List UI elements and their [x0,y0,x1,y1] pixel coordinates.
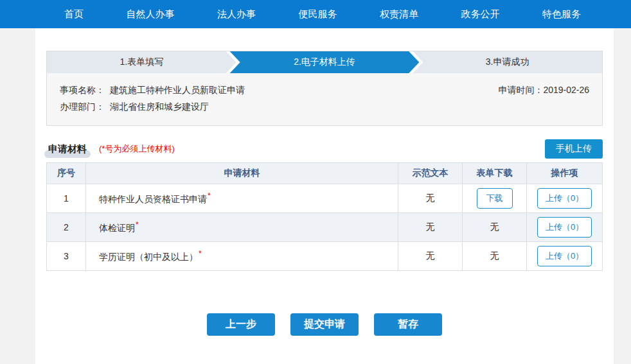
sample-text-value: 无 [398,242,463,271]
header-sample-text: 示范文本 [398,163,463,184]
header-operation: 操作项 [527,163,603,184]
upload-button[interactable]: 上传（0） [537,246,592,266]
row-no: 1 [47,184,86,213]
header-material: 申请材料 [86,163,398,184]
submit-application-button[interactable]: 提交申请 [290,313,359,336]
mobile-upload-button[interactable]: 手机上传 [545,139,603,159]
header-form-download: 表单下载 [463,163,527,184]
row-no: 3 [47,242,86,271]
section-title: 申请材料 [46,143,89,155]
top-navbar: 首页 自然人办事 法人办事 便民服务 权责清单 政务公开 特色服务 [0,0,631,28]
material-name: 特种作业人员资格证书申请* [86,184,398,213]
bottom-actions: 上一步 提交申请 暂存 [35,313,614,336]
form-download-cell: 无 [463,242,527,271]
application-card: 1.表单填写 2.电子材料上传 3.申请成功 事项名称：建筑施工特种作业人员新取… [46,51,603,126]
nav-item-featured-services[interactable]: 特色服务 [542,8,581,21]
application-info: 事项名称：建筑施工特种作业人员新取证申请 申请时间：2019-02-26 办理部… [47,73,602,125]
required-star: * [136,220,139,229]
material-name-text: 体检证明 [99,223,135,233]
department: 办理部门：湖北省住房和城乡建设厅 [60,98,589,115]
material-name-text: 学历证明（初中及以上） [99,252,198,262]
nav-item-legal-person[interactable]: 法人办事 [217,8,256,21]
content-panel: 1.表单填写 2.电子材料上传 3.申请成功 事项名称：建筑施工特种作业人员新取… [35,28,614,364]
step-2-material-upload: 2.电子材料上传 [230,51,420,73]
upload-button[interactable]: 上传（0） [537,217,592,238]
apply-time-value: 2019-02-26 [543,85,589,95]
table-row: 1 特种作业人员资格证书申请* 无 下载 上传（0） [47,184,603,213]
operation-cell: 上传（0） [527,184,603,213]
nav-item-gov-disclosure[interactable]: 政务公开 [461,8,500,21]
table-header-row: 序号 申请材料 示范文本 表单下载 操作项 [47,163,603,184]
nav-item-responsibility-list[interactable]: 权责清单 [380,8,418,21]
materials-table: 序号 申请材料 示范文本 表单下载 操作项 1 特种作业人员资格证书申请* 无 … [46,162,603,271]
department-value: 湖北省住房和城乡建设厅 [110,101,209,112]
department-label: 办理部门： [60,101,105,112]
upload-button[interactable]: 上传（0） [537,188,592,209]
step-1-form-fill: 1.表单填写 [47,51,236,73]
required-star: * [208,191,211,200]
nav-item-home[interactable]: 首页 [64,8,84,21]
nav-item-natural-person[interactable]: 自然人办事 [127,8,175,21]
item-name-value: 建筑施工特种作业人员新取证申请 [110,85,245,95]
material-name-text: 特种作业人员资格证书申请 [99,194,207,204]
header-no: 序号 [47,163,86,184]
sample-text-value: 无 [398,184,463,213]
prev-step-button[interactable]: 上一步 [207,313,275,336]
item-name-label: 事项名称： [60,85,105,95]
materials-section-bar: 申请材料 (*号为必须上传材料) 手机上传 [46,139,603,159]
table-row: 3 学历证明（初中及以上）* 无 无 上传（0） [47,242,603,271]
form-download-cell: 无 [463,213,527,242]
form-download-cell: 下载 [463,184,527,213]
required-star: * [199,249,202,258]
operation-cell: 上传（0） [527,213,603,242]
required-note: (*号为必须上传材料) [99,143,175,155]
material-name: 体检证明* [86,213,398,242]
step-3-success: 3.申请成功 [413,51,602,73]
apply-time-label: 申请时间： [498,85,543,95]
row-no: 2 [47,213,86,242]
save-draft-button[interactable]: 暂存 [374,313,442,336]
sample-text-value: 无 [398,213,463,242]
download-button[interactable]: 下载 [477,188,513,209]
table-row: 2 体检证明* 无 无 上传（0） [47,213,603,242]
item-name: 事项名称：建筑施工特种作业人员新取证申请 [60,82,245,98]
apply-time: 申请时间：2019-02-26 [498,82,589,98]
page: 首页 自然人办事 法人办事 便民服务 权责清单 政务公开 特色服务 1.表单填写… [0,0,631,364]
step-indicator: 1.表单填写 2.电子材料上传 3.申请成功 [47,51,602,73]
operation-cell: 上传（0） [527,242,603,271]
material-name: 学历证明（初中及以上）* [86,242,398,271]
nav-item-convenience-services[interactable]: 便民服务 [299,8,337,21]
